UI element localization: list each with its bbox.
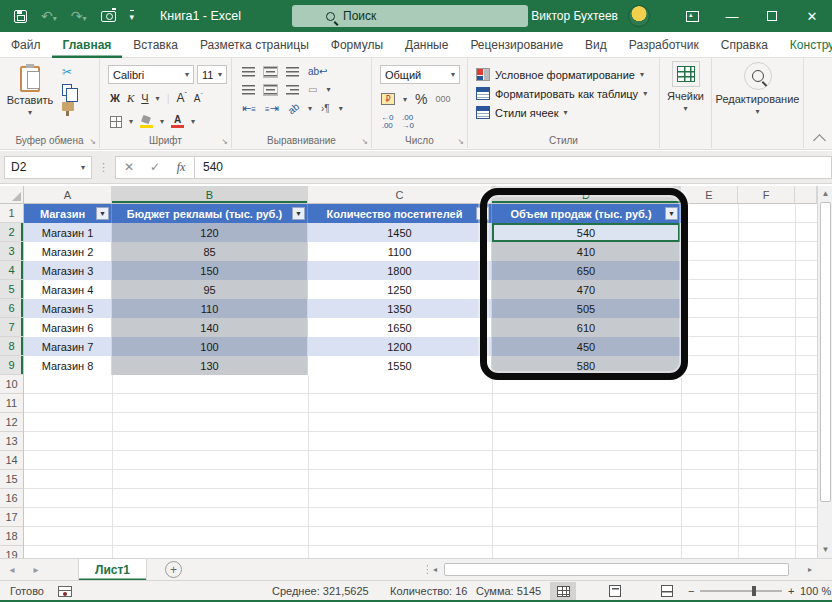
align-center-icon[interactable] [264,85,277,95]
filter-dropdown-icon[interactable]: ▼ [665,207,678,220]
sheet-nav-left-icon[interactable]: ◂ [0,564,24,575]
format-painter-icon[interactable] [62,102,74,111]
merge-center-icon[interactable]: ▭ [308,84,317,95]
sheet-tab[interactable]: Лист1 [78,559,147,581]
row-header-7[interactable]: 7 [0,318,24,337]
filter-dropdown-icon[interactable]: ▼ [476,207,489,220]
macro-record-icon[interactable] [58,581,72,601]
save-icon[interactable] [14,10,27,23]
comma-style-button[interactable]: 000 [435,94,450,104]
table-cell[interactable]: 1200 [308,337,492,356]
decrease-font-button[interactable]: Aˇ [194,92,203,104]
table-cell[interactable]: Магазин 6 [24,318,112,337]
row-header-6[interactable]: 6 [0,299,24,318]
clipboard-dialog-launcher-icon[interactable]: ↘ [89,137,96,146]
table-cell[interactable]: 540 [492,223,681,242]
normal-view-button[interactable] [550,582,576,600]
minimize-button[interactable]: — [712,0,752,32]
row-header-8[interactable]: 8 [0,337,24,356]
tab-developer[interactable]: Разработчик [618,32,710,58]
conditional-formatting-button[interactable]: Условное форматирование▾ [476,65,647,84]
table-header-cell[interactable]: Объем продаж (тыс. руб.)▼ [492,204,681,223]
select-all-button[interactable] [0,186,24,204]
table-header-cell[interactable]: Бюджет рекламы (тыс. руб.)▼ [112,204,308,223]
redo-icon[interactable]: ↷▾ [71,9,87,23]
row-header-5[interactable]: 5 [0,280,24,299]
table-cell[interactable]: Магазин 1 [24,223,112,242]
fill-color-icon[interactable] [140,116,153,128]
increase-indent-icon[interactable]: ≡⇥ [265,102,279,115]
filter-dropdown-icon[interactable]: ▼ [292,207,305,220]
tab-view[interactable]: Вид [574,32,618,58]
vertical-scrollbar[interactable]: ▲ ▼ [817,186,832,558]
table-cell[interactable]: 650 [492,261,681,280]
table-cell[interactable]: 580 [492,356,681,375]
name-box[interactable]: D2 ▾ [4,156,92,179]
text-direction-icon[interactable]: ›¶ [321,103,330,114]
close-button[interactable]: ✕ [792,0,832,32]
scroll-right-icon[interactable]: ▸ [803,562,817,577]
vertical-scroll-thumb[interactable] [820,202,831,502]
undo-icon[interactable]: ↶▾ [41,9,57,23]
column-header-E[interactable]: E [681,186,738,204]
horizontal-scrollbar[interactable]: ◂ ▸ [428,561,817,578]
table-cell[interactable]: 100 [112,337,308,356]
row-header-11[interactable]: 11 [0,394,24,413]
wrap-text-icon[interactable]: ab↩ [308,66,328,77]
sheet-nav-right-icon[interactable]: ▸ [24,564,48,575]
avatar[interactable] [628,5,650,27]
row-header-19[interactable]: 19 [0,546,24,558]
column-header-F[interactable]: F [738,186,795,204]
table-cell[interactable]: 1250 [308,280,492,299]
column-header-D[interactable]: D [492,186,681,204]
table-header-cell[interactable]: Количество посетителей▼ [308,204,492,223]
table-cell[interactable]: 150 [112,261,308,280]
row-header-16[interactable]: 16 [0,489,24,508]
table-cell[interactable]: 1550 [308,356,492,375]
camera-icon[interactable] [101,11,116,22]
borders-icon[interactable] [110,116,122,128]
table-cell[interactable]: Магазин 8 [24,356,112,375]
italic-button[interactable]: К [127,92,134,104]
zoom-out-button[interactable]: − [688,581,694,601]
table-cell[interactable]: 505 [492,299,681,318]
table-cell[interactable]: 450 [492,337,681,356]
orientation-icon[interactable]: ab [286,101,302,117]
font-size-select[interactable]: 11▾ [197,65,227,84]
ribbon-display-options-button[interactable] [672,0,712,32]
tab-insert[interactable]: Вставка [122,32,189,58]
row-header-17[interactable]: 17 [0,508,24,527]
row-header-4[interactable]: 4 [0,261,24,280]
cancel-entry-icon[interactable]: ✕ [116,160,142,174]
number-dialog-launcher-icon[interactable]: ↘ [457,137,464,146]
table-cell[interactable]: 610 [492,318,681,337]
underline-button[interactable]: Ч [141,92,148,104]
font-color-icon[interactable]: А [171,115,184,128]
insert-function-icon[interactable]: fx [168,160,194,175]
tab-formulas[interactable]: Формулы [320,32,394,58]
table-cell[interactable]: 1450 [308,223,492,242]
column-header-B[interactable]: B [112,186,308,204]
align-top-icon[interactable] [242,67,255,77]
percent-style-button[interactable]: % [415,91,427,107]
row-header-10[interactable]: 10 [0,375,24,394]
zoom-in-button[interactable]: + [788,581,794,601]
editing-button[interactable]: Редактирование ▾ [712,58,803,130]
paste-button[interactable]: Вставить ▾ [6,58,54,130]
filter-dropdown-icon[interactable]: ▼ [96,207,109,220]
table-resize-handle[interactable] [675,370,680,375]
row-header-12[interactable]: 12 [0,413,24,432]
table-cell[interactable]: 130 [112,356,308,375]
increase-font-button[interactable]: Aˆ [176,91,186,105]
confirm-entry-icon[interactable]: ✓ [142,160,168,174]
number-format-select[interactable]: Общий▾ [380,65,460,84]
tab-data[interactable]: Данные [394,32,459,58]
table-cell[interactable]: 1650 [308,318,492,337]
table-cell[interactable]: 470 [492,280,681,299]
align-middle-icon[interactable] [264,67,277,77]
customize-qat-icon[interactable]: ▾ [130,10,135,22]
table-cell[interactable]: Магазин 5 [24,299,112,318]
scroll-up-icon[interactable]: ▲ [819,187,832,201]
align-left-icon[interactable] [242,85,255,95]
tab-help[interactable]: Справка [710,32,779,58]
